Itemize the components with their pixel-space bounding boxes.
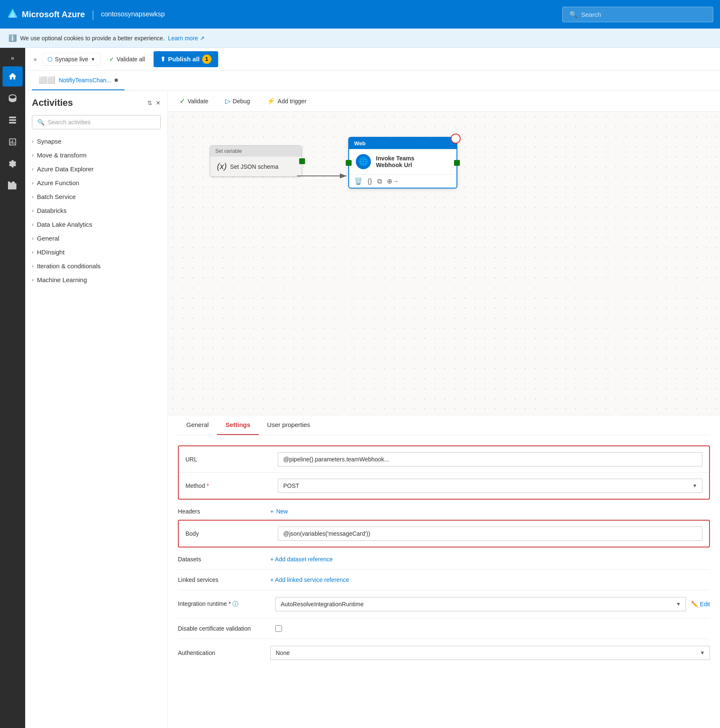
activity-group-label: Iteration & conditionals <box>37 262 101 270</box>
activity-group-hdinsight[interactable]: › HDInsight <box>25 245 167 259</box>
tab-general[interactable]: General <box>178 415 217 435</box>
sidebar-item-monitor[interactable] <box>3 132 23 152</box>
add-trigger-button[interactable]: ⚡ Add trigger <box>262 94 311 107</box>
activity-group-label: Data Lake Analytics <box>37 221 92 228</box>
learn-more-link[interactable]: Learn more ↗ <box>168 35 205 42</box>
canvas-area: ✓ Validate ▷ Debug ⚡ Add trigger <box>168 91 720 728</box>
validate-icon: ✓ <box>109 56 114 63</box>
web-node-footer: 🗑️ {} ⧉ ⊕→ <box>349 174 457 188</box>
arrow-forward-icon[interactable]: ⊕→ <box>387 177 399 185</box>
web-globe-icon: 🌐 <box>356 154 371 169</box>
tab-icon: ⬜⬜ <box>39 76 55 84</box>
integration-runtime-select[interactable]: AutoResolveIntegrationRuntime <box>275 597 686 611</box>
tab-user-properties[interactable]: User properties <box>259 415 319 435</box>
web-node-header: Web <box>349 138 457 149</box>
validate-button[interactable]: ✓ Validate <box>175 94 214 107</box>
body-group: Body <box>178 520 710 547</box>
activity-group-batch-service[interactable]: › Batch Service <box>25 190 167 204</box>
workspace-name: contososynapsewksp <box>101 10 165 18</box>
activity-group-move-transform[interactable]: › Move & transform <box>25 148 167 162</box>
toolbar-expand-btn[interactable]: » <box>32 54 39 64</box>
add-linked-service-button[interactable]: + Add linked service reference <box>270 576 349 583</box>
method-select[interactable]: POST GET PUT DELETE <box>278 479 702 493</box>
disable-cert-checkbox[interactable] <box>275 625 282 632</box>
icon-bar-expand[interactable]: » <box>0 51 25 65</box>
edit-label: Edit <box>700 601 710 608</box>
svg-rect-2 <box>9 117 16 118</box>
sidebar-item-data[interactable] <box>3 88 23 108</box>
delete-icon[interactable]: 🗑️ <box>354 177 363 185</box>
plus-icon: + <box>270 508 274 515</box>
activity-group-label: Databricks <box>37 207 67 214</box>
tab-settings[interactable]: Settings <box>217 415 258 435</box>
add-dataset-button[interactable]: + Add dataset reference <box>270 556 333 563</box>
chevron-right-icon: › <box>32 236 34 241</box>
set-variable-output-connector[interactable] <box>299 158 305 164</box>
url-input[interactable] <box>278 452 702 466</box>
validate-label: Validate <box>188 98 209 105</box>
web-node-label: Invoke Teams Webhook Url <box>376 155 415 168</box>
method-label: Method * <box>185 482 278 489</box>
debug-button[interactable]: ▷ Debug <box>220 94 255 107</box>
activity-group-label: Azure Function <box>37 179 79 186</box>
authentication-select[interactable]: None Basic Client Certificate Managed Id… <box>270 646 710 660</box>
web-node-output-connector[interactable] <box>454 160 460 166</box>
body-input[interactable] <box>278 526 702 541</box>
validate-all-label: Validate all <box>117 56 145 63</box>
search-icon: 🔍 <box>569 10 578 18</box>
activity-group-machine-learning[interactable]: › Machine Learning <box>25 273 167 287</box>
connector-arrow <box>297 172 352 180</box>
publish-all-label: Publish all <box>168 55 200 63</box>
edit-integration-link[interactable]: ✏️ Edit <box>691 601 710 608</box>
activity-group-iteration[interactable]: › Iteration & conditionals <box>25 259 167 273</box>
variable-icon: (x) <box>217 162 227 171</box>
web-node-body: 🌐 Invoke Teams Webhook Url <box>349 149 457 174</box>
disable-cert-row: Disable certificate validation <box>178 620 710 637</box>
method-row: Method * POST GET PUT DELETE ▼ <box>179 474 709 497</box>
add-header-button[interactable]: + New <box>270 508 288 515</box>
sidebar-item-pipeline[interactable] <box>3 110 23 130</box>
authentication-select-wrapper: None Basic Client Certificate Managed Id… <box>270 646 710 660</box>
web-node-red-circle <box>451 134 461 144</box>
activity-group-databricks[interactable]: › Databricks <box>25 204 167 217</box>
debug-label: Debug <box>233 98 250 105</box>
chevron-right-icon: › <box>32 222 34 228</box>
search-bar[interactable]: 🔍 <box>562 7 713 22</box>
sidebar-item-settings[interactable] <box>3 154 23 174</box>
collapse-icon[interactable]: ⇅ <box>147 100 152 106</box>
synapse-live-label: Synapse live <box>55 56 88 63</box>
activity-group-azure-data-explorer[interactable]: › Azure Data Explorer <box>25 162 167 176</box>
brand-logo: Microsoft Azure <box>7 8 85 21</box>
sidebar-item-home[interactable] <box>3 66 23 86</box>
web-node[interactable]: Web 🌐 Invoke Teams Webhook Url 🗑️ {} ⧉ ⊕… <box>348 137 457 189</box>
tab-notify-teams[interactable]: ⬜⬜ NotifiyTeamsChan... <box>32 71 125 90</box>
pipeline-area: Activities ⇅ ✕ 🔍 › Synapse › <box>25 91 720 728</box>
chevron-right-icon: › <box>32 194 34 200</box>
set-variable-node[interactable]: Set variable (x) Set JSON schema <box>210 145 302 177</box>
activity-group-synapse[interactable]: › Synapse <box>25 134 167 148</box>
set-variable-label: Set JSON schema <box>230 163 278 170</box>
activity-group-general[interactable]: › General <box>25 231 167 245</box>
publish-icon: ⬆ <box>160 55 166 63</box>
pipeline-canvas[interactable]: Set variable (x) Set JSON schema <box>168 112 720 415</box>
validate-all-button[interactable]: ✓ Validate all <box>104 53 150 65</box>
copy-icon[interactable]: ⧉ <box>377 178 382 185</box>
activity-group-azure-function[interactable]: › Azure Function <box>25 176 167 190</box>
activity-group-data-lake[interactable]: › Data Lake Analytics <box>25 217 167 231</box>
close-panel-icon[interactable]: ✕ <box>156 100 161 106</box>
activities-search-box[interactable]: 🔍 <box>32 115 161 129</box>
activities-search-input[interactable] <box>48 119 155 126</box>
url-method-group: URL Method * POST <box>178 445 710 500</box>
top-bar: Microsoft Azure | contososynapsewksp 🔍 <box>0 0 720 29</box>
code-icon[interactable]: {} <box>368 178 372 185</box>
brand-name: Microsoft Azure <box>22 10 85 19</box>
web-node-input-connector <box>346 160 352 166</box>
sidebar-item-manage[interactable] <box>3 175 23 196</box>
divider <box>178 618 710 618</box>
activity-group-label: Move & transform <box>37 152 86 159</box>
search-input[interactable] <box>581 11 706 18</box>
publish-all-button[interactable]: ⬆ Publish all 1 <box>154 51 218 67</box>
add-header-label: New <box>276 508 288 515</box>
synapse-live-button[interactable]: ⬡ Synapse live ▼ <box>42 53 101 65</box>
datasets-label: Datasets <box>178 556 270 563</box>
